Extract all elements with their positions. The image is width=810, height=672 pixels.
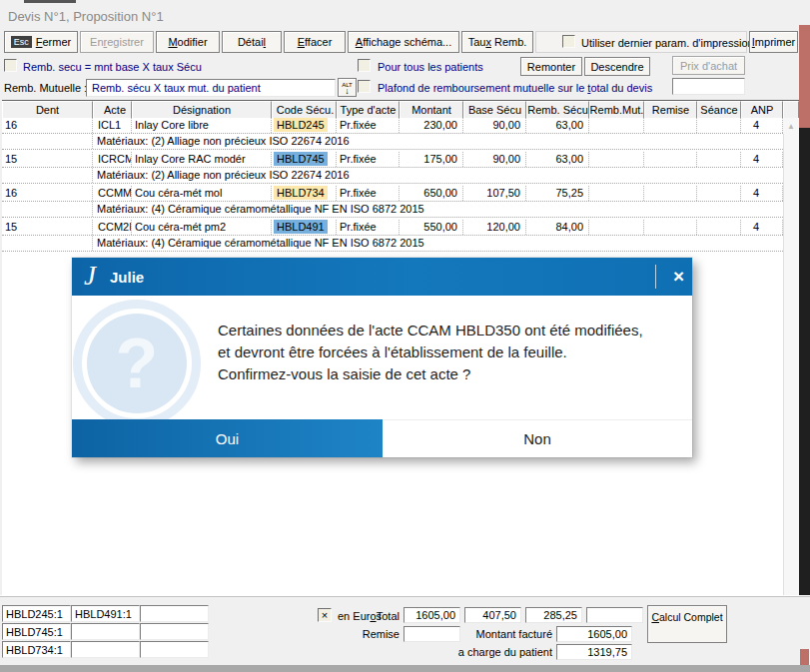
cell-type-acte: Pr.fixée — [337, 186, 400, 201]
col-header-montant[interactable]: Montant — [400, 101, 463, 119]
affichage-schema-button[interactable]: Affichage schéma... — [348, 31, 459, 53]
table-row[interactable]: 16 ICL1 Inlay Core libre HBLD245 Pr.fixé… — [2, 118, 783, 134]
en-euros-checkbox[interactable]: × — [318, 608, 332, 622]
titlebar-divider — [655, 265, 656, 289]
cell-acte: CCM2PM — [93, 220, 132, 235]
cell-code-secu: HBLD734 — [272, 186, 337, 201]
fermer-label: Fermer — [36, 36, 71, 48]
cell-montant: 175,00 — [400, 152, 463, 167]
materials-text: Matériaux: (4) Céramique céramométalliqu… — [93, 236, 424, 251]
total-montant-field: 1605,00 — [404, 607, 460, 623]
cell-base-secu: 120,00 — [463, 220, 526, 235]
materials-indent — [2, 202, 93, 217]
oui-button[interactable]: Oui — [72, 419, 383, 457]
cell-anp: 4 — [741, 220, 783, 235]
col-header-base-secu[interactable]: Base Sécu — [463, 101, 526, 119]
cell-remise — [644, 220, 697, 235]
table-row[interactable]: 15 ICRCM Inlay Core RAC modér HBLD745 Pr… — [2, 152, 783, 168]
remb-mutuelle-combobox[interactable]: Remb. sécu X taux mut. du patient — [86, 79, 336, 97]
plafond-checkbox[interactable] — [358, 80, 371, 93]
remise-field[interactable] — [404, 626, 460, 642]
materials-row: Matériaux: (2) Alliage non précieux ISO … — [2, 134, 783, 150]
dialog-message-line: Certaines données de l'acte CCAM HBLD350… — [218, 320, 643, 341]
taux-remb-button[interactable]: Taux Remb. — [461, 31, 533, 53]
code-badge: HBLD745 — [274, 152, 328, 166]
background-window-strip — [799, 25, 810, 128]
cell-base-secu: 90,00 — [463, 152, 526, 167]
table-scrollbar[interactable] — [783, 118, 799, 595]
col-header-type-acte[interactable]: Type d'acte — [337, 101, 400, 119]
enregistrer-label: Enregistrer — [90, 36, 144, 48]
non-button[interactable]: Non — [383, 419, 692, 457]
fermer-button[interactable]: Esc Fermer — [4, 31, 78, 53]
remb-secu-label: Remb. secu = mnt base X taux Sécu — [23, 61, 202, 73]
dialog-titlebar[interactable]: J Julie × — [72, 258, 692, 296]
cell-designation: Inlay Core RAC modér — [132, 152, 272, 167]
page-title: Devis N°1, Proposition N°1 — [8, 9, 164, 24]
remonter-button[interactable]: Remonter — [520, 57, 582, 76]
remb-secu-checkbox[interactable] — [4, 59, 17, 72]
cell-remise — [644, 186, 697, 201]
calcul-complet-label: Calcul Complet — [651, 611, 722, 623]
plafond-input[interactable] — [672, 78, 745, 95]
cell-acte: ICL1 — [93, 118, 132, 133]
charge-patient-field: 1319,75 — [556, 644, 632, 660]
enregistrer-button[interactable]: Enregistrer — [80, 31, 154, 53]
materials-indent — [2, 168, 93, 183]
col-header-remb-mut[interactable]: Remb.Mut. — [589, 101, 644, 119]
alt-down-button[interactable]: ALT ↓ — [338, 78, 357, 97]
dialog-message-line: Confirmez-vous la saisie de cet acte ? — [218, 363, 643, 385]
charge-patient-label: a charge du patient — [444, 646, 552, 658]
window-edge-fragment — [24, 0, 76, 3]
cell-designation: Cou céra-mét pm2 — [132, 220, 272, 235]
detail-button[interactable]: Détail — [222, 31, 282, 53]
scroll-up-icon[interactable]: ▲ — [783, 118, 799, 134]
question-mark-glyph: ? — [116, 324, 159, 403]
confirmation-dialog: J Julie × ? Certaines données de l'acte … — [72, 258, 692, 457]
cell-dent: 15 — [2, 152, 93, 167]
prix-achat-button[interactable]: Prix d'achat — [672, 56, 745, 75]
col-header-anp[interactable]: ANP — [741, 101, 783, 119]
cell-dent: 15 — [2, 220, 93, 235]
cell-remb-secu: 75,25 — [526, 186, 589, 201]
cell-code-secu: HBLD245 — [272, 118, 337, 133]
materials-text: Matériaux: (2) Alliage non précieux ISO … — [93, 134, 350, 149]
col-header-seance[interactable]: Séance — [697, 101, 741, 119]
close-icon[interactable]: × — [665, 258, 692, 296]
bottom-window-edge — [0, 665, 810, 672]
arrow-down-icon: ↓ — [345, 88, 350, 94]
col-header-remb-secu[interactable]: Remb. Sécu — [526, 101, 589, 119]
footer-code-cell — [140, 641, 209, 658]
col-header-acte[interactable]: Acte — [93, 101, 132, 119]
background-window-strip — [800, 649, 809, 665]
materials-text: Matériaux: (2) Alliage non précieux ISO … — [93, 168, 350, 183]
table-row[interactable]: 15 CCM2PM Cou céra-mét pm2 HBLD491 Pr.fi… — [2, 220, 783, 236]
calcul-complet-button[interactable]: Calcul Complet — [647, 605, 727, 643]
modifier-button[interactable]: Modifier — [156, 31, 220, 53]
descendre-button[interactable]: Descendre — [584, 57, 650, 76]
footer-code-cell — [140, 623, 209, 640]
imprimer-button[interactable]: Imprimer — [749, 31, 798, 53]
cell-remb-secu: 63,00 — [526, 118, 589, 133]
cell-remb-secu: 84,00 — [526, 220, 589, 235]
col-header-remise[interactable]: Remise — [644, 101, 697, 119]
cell-seance — [697, 186, 741, 201]
devis-table: 16 ICL1 Inlay Core libre HBLD245 Pr.fixé… — [2, 118, 783, 254]
dialog-title: Julie — [110, 269, 144, 286]
col-header-code-secu[interactable]: Code Sécu. — [272, 101, 337, 119]
cell-seance — [697, 152, 741, 167]
cell-remb-mut — [589, 220, 644, 235]
code-badge: HBLD491 — [274, 220, 328, 234]
pour-tous-checkbox[interactable] — [358, 59, 371, 72]
col-header-dent[interactable]: Dent — [2, 101, 93, 119]
detail-label: Détail — [238, 36, 266, 48]
cell-base-secu: 90,00 — [463, 118, 526, 133]
cell-montant: 650,00 — [400, 186, 463, 201]
table-row[interactable]: 16 CCMM Cou céra-mét mol HBLD734 Pr.fixé… — [2, 186, 783, 202]
cell-designation: Cou céra-mét mol — [132, 186, 272, 201]
effacer-button[interactable]: Effacer — [284, 31, 346, 53]
cell-seance — [697, 118, 741, 133]
utiliser-param-checkbox[interactable] — [562, 35, 575, 48]
total-label: Total — [358, 610, 400, 622]
col-header-designation[interactable]: Désignation — [132, 101, 272, 119]
